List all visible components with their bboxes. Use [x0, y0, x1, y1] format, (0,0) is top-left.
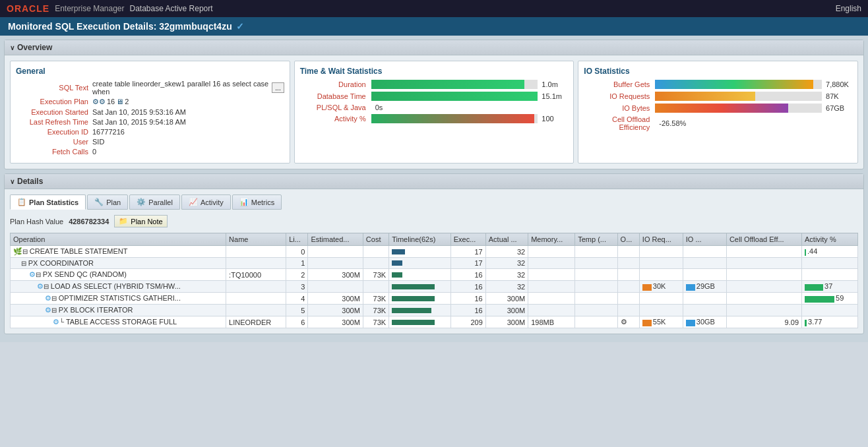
cell-activity: [802, 305, 858, 316]
general-title: General: [16, 67, 284, 76]
cell-temp: [575, 281, 617, 293]
overview-collapse-icon[interactable]: ∨: [10, 44, 15, 51]
col-header-io: IO ...: [683, 233, 726, 246]
plan-note-button[interactable]: 📁 Plan Note: [114, 215, 167, 227]
cell-memory: [528, 305, 575, 316]
expand-icon: ⊟: [44, 283, 51, 290]
cell-operation: ⚙⊟ OPTIMIZER STATISTICS GATHERI...: [11, 293, 226, 305]
exec-started-value: Sat Jan 10, 2015 9:53:16 AM: [92, 108, 186, 116]
buffer-gets-value: 7,880K: [826, 80, 852, 88]
tab-plan-statistics[interactable]: 📋 Plan Statistics: [10, 194, 86, 210]
tab-metrics[interactable]: 📊 Metrics: [232, 194, 282, 210]
cell-exec: 16: [450, 305, 485, 316]
buffer-gets-label: Buffer Gets: [584, 80, 650, 88]
table-container: Operation Name Li... Estimated... Cost T…: [10, 233, 858, 328]
plan-label: Plan: [106, 198, 121, 206]
cell-activity: [802, 258, 858, 269]
cell-io: [683, 269, 726, 281]
sql-text-value: create table lineorder_skew1 parallel 16…: [92, 80, 269, 96]
db-time-label: Database Time: [300, 92, 366, 100]
cell-io: [683, 246, 726, 258]
cell-cost: [363, 246, 388, 258]
cell-offload-row: Cell Offload Efficiency -26.58%: [584, 115, 852, 131]
table-row: ⚙└ TABLE ACCESS STORAGE FULL LINEORDER 6…: [11, 316, 858, 328]
expand-icon: ⊟: [21, 260, 28, 267]
cell-o: ⚙: [617, 316, 639, 328]
exec-plan-icon2: 🖥: [116, 98, 123, 106]
cell-cell-offload: [726, 281, 801, 293]
plan-hash-label: Plan Hash Value: [10, 218, 63, 225]
table-row: ⚙⊟ PX SEND QC (RANDOM) :TQ10000 2 300M 7…: [11, 269, 858, 281]
cell-offload-label: Cell Offload Efficiency: [584, 115, 650, 131]
tab-parallel[interactable]: ⚙️ Parallel: [129, 194, 180, 210]
expand-icon: ⊟: [36, 271, 43, 278]
sql-text-expand-button[interactable]: ...: [272, 82, 284, 93]
exec-plan-value: 16: [107, 98, 115, 106]
io-stats-title: IO Statistics: [584, 67, 852, 76]
col-header-o: O...: [617, 233, 639, 246]
cell-estimated: 300M: [308, 293, 363, 305]
parallel-icon: ⚙️: [137, 198, 146, 206]
expand-icon: ⊟: [51, 295, 59, 302]
cell-actual: 300M: [485, 305, 528, 316]
fetch-calls-label: Fetch Calls: [16, 148, 88, 156]
cell-exec: 16: [450, 293, 485, 305]
cell-memory: [528, 281, 575, 293]
cell-o: [617, 258, 639, 269]
time-wait-title: Time & Wait Statistics: [300, 67, 569, 76]
cell-li: 0: [286, 246, 308, 258]
row-gear-icon: ⚙: [53, 318, 59, 326]
cell-exec: 16: [450, 281, 485, 293]
cell-exec: 209: [450, 316, 485, 328]
col-header-memory: Memory...: [528, 233, 575, 246]
io-bytes-value: 67GB: [826, 104, 852, 112]
io-requests-value: 87K: [826, 92, 852, 100]
row-gear-icon: ⚙: [37, 282, 44, 290]
fetch-calls-row: Fetch Calls 0: [16, 148, 284, 156]
cell-cell-offload: [726, 305, 801, 316]
io-bytes-label: IO Bytes: [584, 104, 650, 112]
sql-text-label: SQL Text: [16, 84, 88, 92]
page-title: Monitored SQL Execution Details: 32gmmbu…: [8, 21, 232, 32]
duration-row: Duration 1.0m: [300, 80, 569, 89]
row-gear-icon: ⚙: [29, 270, 36, 278]
cell-li: 2: [286, 269, 308, 281]
io-req-bar: [642, 284, 652, 291]
cell-io-req: [639, 293, 683, 305]
io-bar: [686, 284, 695, 291]
o-gear-icon: ⚙: [621, 318, 627, 326]
cell-temp: [575, 269, 617, 281]
metrics-icon: 📊: [239, 198, 249, 206]
col-header-name: Name: [226, 233, 286, 246]
activity-row: Activity % 100: [300, 114, 569, 123]
activity-label: Activity %: [300, 115, 366, 123]
cell-timeline: [389, 305, 451, 316]
cell-io-req: [639, 258, 683, 269]
cell-memory: [528, 258, 575, 269]
main-content: ∨ Overview General SQL Text create table…: [0, 36, 868, 342]
exec-started-label: Execution Started: [16, 108, 88, 116]
activity-bar: [805, 284, 823, 291]
exec-plan-value2: 2: [125, 98, 129, 106]
last-refresh-label: Last Refresh Time: [16, 118, 88, 126]
db-time-bar-container: [371, 92, 538, 101]
general-panel: General SQL Text create table lineorder_…: [10, 61, 290, 164]
activity-tab-icon: 📈: [189, 198, 198, 206]
io-req-bar: [642, 320, 652, 326]
io-bytes-bar: [655, 104, 788, 113]
activity-bar: [805, 296, 834, 303]
details-content: 📋 Plan Statistics 🔧 Plan ⚙️ Parallel 📈 A…: [5, 189, 863, 334]
tab-plan[interactable]: 🔧 Plan: [87, 194, 128, 210]
cell-timeline: [389, 269, 451, 281]
cell-li: 5: [286, 305, 308, 316]
top-bar: ORACLE Enterprise Manager Database Activ…: [0, 0, 868, 17]
duration-label: Duration: [300, 80, 366, 88]
cell-estimated: 300M: [308, 269, 363, 281]
details-collapse-icon[interactable]: ∨: [10, 178, 15, 185]
exec-started-row: Execution Started Sat Jan 10, 2015 9:53:…: [16, 108, 284, 116]
table-row: ⚙⊟ PX BLOCK ITERATOR 5 300M 73K 16 300M: [11, 305, 858, 316]
cell-io: [683, 258, 726, 269]
time-wait-panel: Time & Wait Statistics Duration 1.0m Dat…: [294, 61, 574, 164]
tab-activity[interactable]: 📈 Activity: [181, 194, 231, 210]
cell-activity: 37: [802, 281, 858, 293]
